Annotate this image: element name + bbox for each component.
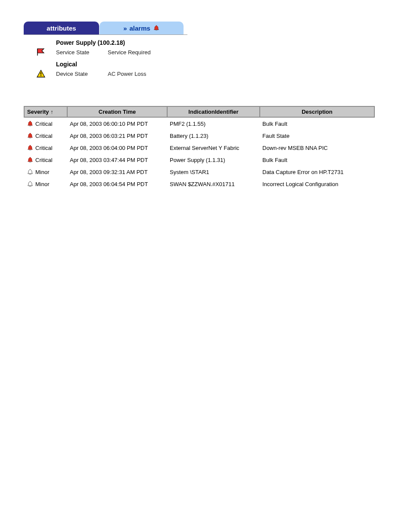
- tab-label: alarms: [129, 25, 150, 32]
- severity-label: Critical: [35, 157, 53, 163]
- severity-bell-icon: [27, 144, 34, 151]
- description-cell: Down-rev MSEB NNA PIC: [260, 142, 374, 154]
- device-state-value: AC Power Loss: [108, 71, 146, 77]
- tab-alarms[interactable]: » alarms: [100, 22, 184, 34]
- creation-time-cell: Apr 08, 2003 09:32:31 AM PDT: [67, 166, 167, 178]
- table-row[interactable]: MinorApr 08, 2003 09:32:31 AM PDTSystem …: [24, 166, 374, 178]
- tab-bar: attributes » alarms: [24, 22, 187, 35]
- table-row[interactable]: CriticalApr 08, 2003 06:03:21 PM PDTBatt…: [24, 130, 374, 142]
- severity-cell: Critical: [24, 130, 67, 142]
- severity-cell: Minor: [24, 166, 67, 178]
- column-header-creation-time[interactable]: Creation Time: [67, 106, 167, 117]
- header-label: Creation Time: [99, 109, 136, 115]
- severity-label: Minor: [35, 181, 50, 187]
- identifier-cell: PMF2 (1.1.55): [167, 117, 260, 130]
- table-row[interactable]: CriticalApr 08, 2003 03:47:44 PM PDTPowe…: [24, 154, 374, 166]
- flag-icon: [34, 48, 47, 56]
- tab-attributes[interactable]: attributes: [24, 22, 99, 34]
- table-row[interactable]: CriticalApr 08, 2003 06:00:10 PM PDTPMF2…: [24, 117, 374, 130]
- creation-time-cell: Apr 08, 2003 06:00:10 PM PDT: [67, 117, 167, 130]
- description-cell: Data Capture Error on HP.T2731: [260, 166, 374, 178]
- service-state-value: Service Required: [108, 49, 151, 56]
- sort-arrow-icon: ↑: [50, 109, 53, 115]
- identifier-cell: Power Supply (1.1.31): [167, 154, 260, 166]
- column-header-severity[interactable]: Severity ↑: [24, 106, 67, 117]
- service-state-label: Service State: [56, 49, 108, 56]
- service-state-row: Service State Service Required: [34, 48, 198, 56]
- severity-bell-icon: [27, 180, 34, 187]
- identifier-cell: Battery (1.1.23): [167, 130, 260, 142]
- severity-label: Critical: [35, 133, 53, 139]
- description-cell: Incorrect Logical Configuration: [260, 178, 374, 190]
- severity-cell: Critical: [24, 142, 67, 154]
- severity-bell-icon: [27, 156, 34, 163]
- header-label: Severity: [27, 109, 49, 115]
- creation-time-cell: Apr 08, 2003 06:04:54 PM PDT: [67, 178, 167, 190]
- header-label: IndicationIdentifier: [188, 109, 238, 115]
- warning-triangle-icon: [34, 69, 47, 78]
- identifier-cell: External ServerNet Y Fabric: [167, 142, 260, 154]
- identifier-cell: SWAN $ZZWAN.#X01711: [167, 178, 260, 190]
- resource-title: Power Supply (100.2.18): [56, 39, 198, 46]
- identifier-cell: System \STAR1: [167, 166, 260, 178]
- alarm-bell-icon: [153, 25, 160, 31]
- description-cell: Bulk Fault: [260, 154, 374, 166]
- severity-cell: Critical: [24, 154, 67, 166]
- table-row[interactable]: CriticalApr 08, 2003 06:04:00 PM PDTExte…: [24, 142, 374, 154]
- svg-rect-1: [40, 75, 41, 76]
- device-state-row: Device State AC Power Loss: [34, 69, 198, 78]
- creation-time-cell: Apr 08, 2003 03:47:44 PM PDT: [67, 154, 167, 166]
- header-label: Description: [302, 109, 333, 115]
- table-header-row: Severity ↑ Creation Time IndicationIdent…: [24, 106, 374, 117]
- severity-bell-icon: [27, 168, 34, 175]
- description-cell: Bulk Fault: [260, 117, 374, 130]
- tab-arrow: »: [123, 25, 127, 32]
- tab-label: attributes: [47, 25, 76, 32]
- severity-cell: Minor: [24, 178, 67, 190]
- resource-detail: Power Supply (100.2.18) Service State Se…: [34, 39, 198, 78]
- device-state-label: Device State: [56, 71, 108, 77]
- alarms-table: Severity ↑ Creation Time IndicationIdent…: [24, 106, 375, 190]
- column-header-description[interactable]: Description: [260, 106, 374, 117]
- column-header-indication-identifier[interactable]: IndicationIdentifier: [167, 106, 260, 117]
- svg-rect-0: [40, 72, 41, 75]
- severity-bell-icon: [27, 120, 34, 127]
- logical-heading: Logical: [56, 61, 198, 68]
- severity-label: Critical: [35, 121, 53, 127]
- severity-bell-icon: [27, 132, 34, 139]
- severity-label: Minor: [35, 169, 50, 175]
- severity-cell: Critical: [24, 117, 67, 130]
- table-row[interactable]: MinorApr 08, 2003 06:04:54 PM PDTSWAN $Z…: [24, 178, 374, 190]
- creation-time-cell: Apr 08, 2003 06:04:00 PM PDT: [67, 142, 167, 154]
- alarms-table-wrap: Severity ↑ Creation Time IndicationIdent…: [24, 106, 375, 190]
- creation-time-cell: Apr 08, 2003 06:03:21 PM PDT: [67, 130, 167, 142]
- description-cell: Fault State: [260, 130, 374, 142]
- severity-label: Critical: [35, 145, 53, 151]
